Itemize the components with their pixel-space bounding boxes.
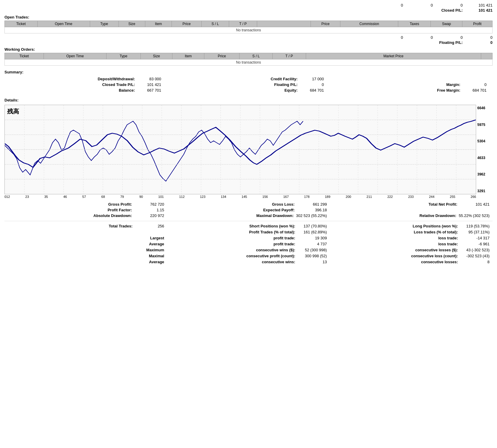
chart-wrapper: 残高: [4, 105, 493, 194]
spacer-stat: [330, 207, 493, 213]
closed-trade-value: 101 421: [137, 82, 161, 87]
equity-label: Equity:: [285, 88, 298, 93]
max-consec-wins-item: consecutive wins ($): 52 (300 998): [167, 247, 330, 253]
largest-loss-item: loss trade: -14 317: [330, 235, 493, 241]
deposit-item: Deposit/Withdrawal: 83 000: [4, 76, 167, 82]
wo-col-tp: T / P: [272, 53, 306, 59]
avg-profit-item: profit trade: 4 737: [167, 241, 330, 247]
spacer1: [330, 76, 493, 82]
col-swap: Swap: [431, 21, 462, 27]
short-pos-label: Short Positions (won %):: [249, 224, 295, 228]
loss-trades-item: Loss trades (% of total): 95 (37.11%): [330, 230, 493, 235]
short-pos-value: 137 (70.80%): [297, 224, 327, 228]
abs-drawdown-label: Absolute Drawdown:: [93, 213, 132, 218]
expected-payoff-value: 396.18: [297, 208, 327, 212]
avg-loss-item: loss trade: -6 961: [330, 241, 493, 247]
col-size: Size: [118, 21, 145, 27]
expected-payoff-label: Expected Payoff:: [263, 208, 294, 212]
credit-item: Credit Facility: 17 000: [167, 76, 330, 82]
total-trades-label: Total Trades:: [109, 224, 132, 228]
gross-loss-item: Gross Loss: 661 299: [167, 201, 330, 207]
credit-label: Credit Facility:: [271, 77, 297, 81]
total-trades-item: Total Trades: 256: [4, 224, 167, 229]
largest-label: Largest: [150, 236, 164, 240]
x-1: 23: [25, 195, 29, 198]
x-6: 79: [120, 195, 124, 198]
x-8: 101: [158, 195, 164, 198]
maximal-profit-value: 300 998 (52): [297, 254, 327, 258]
x-2: 35: [44, 195, 48, 198]
y-label-4: 4633: [477, 156, 493, 160]
floating-values-row: 0 0 0 0: [4, 35, 493, 40]
col-price: Price: [172, 21, 201, 27]
deposit-label: Deposit/Withdrawal:: [98, 77, 135, 81]
short-pos-item: Short Positions (won %): 137 (70.80%): [167, 224, 330, 229]
maximal-profit-item: consecutive profit (count): 300 998 (52): [167, 253, 330, 258]
top-val-3: 0: [445, 3, 463, 7]
trades-stats: Total Trades: 256 Short Positions (won %…: [4, 224, 493, 264]
float-val-3: 0: [445, 35, 463, 40]
avg-profit-label: profit trade:: [274, 242, 295, 246]
wo-col-size: Size: [141, 53, 172, 59]
x-19: 222: [387, 195, 393, 198]
avg-consec-wins-label: consecutive wins:: [262, 260, 295, 264]
open-trades-title: Open Trades:: [4, 15, 493, 19]
max-consec-wins-value: 52 (300 998): [297, 248, 327, 252]
ts-spacer2: [4, 230, 167, 235]
free-margin-value: 684 701: [463, 88, 487, 93]
profit-trades-item: Profit Trades (% of total): 161 (62.89%): [167, 230, 330, 235]
abs-drawdown-item: Absolute Drawdown: 220 972: [4, 213, 167, 218]
x-23: 266: [471, 195, 476, 198]
divider: [4, 221, 493, 221]
closed-pl-row: Closed P/L: 101 421: [4, 8, 493, 13]
float-val-4: 0: [475, 35, 493, 40]
largest-profit-label: profit trade:: [274, 236, 295, 240]
float-val-1: 0: [385, 35, 403, 40]
wo-col-type: Type: [106, 53, 141, 59]
x-10: 123: [200, 195, 205, 198]
loss-trades-label: Loss trades (% of total):: [414, 230, 458, 234]
maximum-label: Maximum: [146, 248, 164, 252]
free-margin-item: Free Margin: 684 701: [330, 87, 493, 93]
closed-pl-label: Closed P/L:: [441, 8, 463, 13]
average-label-item: Average: [4, 241, 167, 247]
y-label-5: 3962: [477, 172, 493, 176]
top-val-2: 0: [415, 3, 433, 7]
profit-trades-label: Profit Trades (% of total):: [249, 230, 295, 234]
closed-trade-label: Closed Trade P/L:: [102, 82, 135, 87]
x-18: 211: [367, 195, 372, 198]
ts-row-5: Maximum consecutive wins ($): 52 (300 99…: [4, 247, 493, 253]
balance-item: Balance: 667 701: [4, 87, 167, 93]
ts-row-7: Average consecutive wins: 13 consecutive…: [4, 259, 493, 264]
top-val-4: 101 421: [475, 3, 493, 7]
ts-row-1: Total Trades: 256 Short Positions (won %…: [4, 224, 493, 229]
largest-profit-item: profit trade: 19 309: [167, 235, 330, 241]
maximum-label-item: Maximum: [4, 247, 167, 253]
x-4: 57: [82, 195, 86, 198]
avg-loss-value: -6 961: [460, 242, 490, 246]
top-values-row: 0 0 0 101 421: [4, 3, 493, 7]
y-label-2: 5975: [477, 123, 493, 127]
floating-pl-row: Floating P/L: 0: [4, 40, 493, 45]
free-margin-label: Free Margin:: [437, 88, 460, 93]
col-type: Type: [90, 21, 118, 27]
largest-label-item: Largest: [4, 235, 167, 241]
long-pos-value: 119 (53.78%): [460, 224, 490, 228]
largest-profit-value: 19 309: [297, 236, 327, 240]
closed-pl-value: 101 421: [469, 8, 493, 13]
ts-row-2: Profit Trades (% of total): 161 (62.89%)…: [4, 230, 493, 235]
maximal-label: Maximal: [149, 254, 164, 258]
x-20: 233: [408, 195, 413, 198]
x-7: 90: [139, 195, 143, 198]
sum-floating-pl-value: 0: [300, 82, 324, 87]
x-21: 244: [429, 195, 434, 198]
wo-col-sl: S / L: [240, 53, 273, 59]
deposit-value: 83 000: [137, 77, 161, 81]
avg-consec-losses-value: 8: [460, 260, 490, 264]
max-drawdown-item: Maximal Drawdown: 302 523 (55.22%): [167, 213, 330, 218]
open-trades-table: Ticket Open Time Type Size Item Price S …: [4, 21, 493, 33]
x-3: 46: [63, 195, 67, 198]
average2-label: Average: [149, 260, 164, 264]
closed-trade-item: Closed Trade P/L: 101 421: [4, 82, 167, 87]
col-item: Item: [145, 21, 172, 27]
